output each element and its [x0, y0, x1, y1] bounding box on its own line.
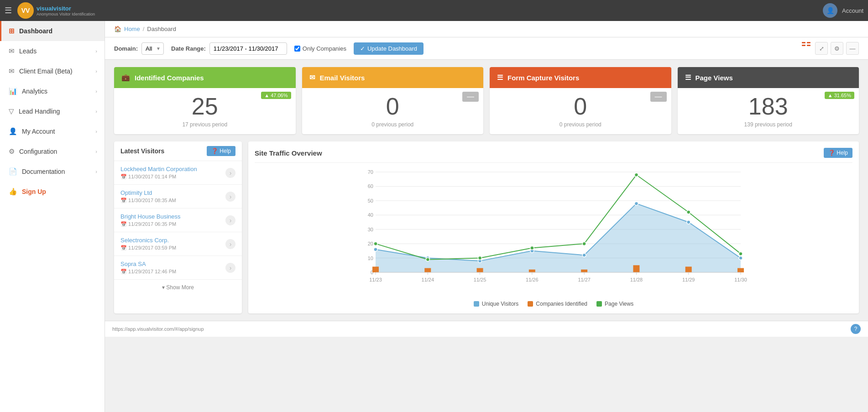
sidebar-item-leads[interactable]: ✉ Leads ›: [0, 41, 105, 61]
svg-text:11/26: 11/26: [526, 277, 539, 282]
sidebar-item-client-email[interactable]: ✉ Client Email (Beta) ›: [0, 61, 105, 81]
visitor-name-0: Lockheed Martin Corporation: [120, 166, 197, 172]
sidebar-item-configuration[interactable]: ⚙ Configuration ›: [0, 141, 105, 162]
visitors-panel: Latest Visitors ❓ Help Lockheed Martin C…: [114, 141, 242, 313]
visitor-item[interactable]: Bright House Business 📅 11/29/2017 06:35…: [114, 209, 242, 232]
visitor-info-1: Optimity Ltd 📅 11/30/2017 08:35 AM: [120, 189, 176, 203]
visitors-help-button[interactable]: ❓ Help: [207, 146, 235, 156]
stat-value-email-visitors: 0: [309, 94, 476, 120]
svg-rect-49: [372, 267, 379, 273]
svg-text:11/27: 11/27: [578, 277, 591, 282]
sidebar-item-label-my-account: My Account: [22, 128, 55, 135]
chart-legend: Unique Visitors Companies Identified Pag…: [255, 301, 852, 307]
legend-item-2: Page Views: [596, 301, 633, 307]
svg-text:60: 60: [368, 184, 373, 189]
stat-prev-email-visitors: 0 previous period: [309, 121, 476, 128]
sidebar-item-signup[interactable]: 👍 Sign Up: [0, 182, 105, 202]
chart-help-button[interactable]: ❓ Help: [824, 148, 852, 158]
visitor-date-4: 📅 11/29/2017 12:46 PM: [120, 269, 176, 275]
checkmark-icon: ✓: [360, 45, 365, 52]
svg-point-37: [582, 253, 586, 257]
visitor-item[interactable]: Sopra SA 📅 11/29/2017 12:46 PM ›: [114, 256, 242, 280]
sidebar-lead-handling-icon: ▽: [9, 107, 14, 115]
legend-item-0: Unique Visitors: [474, 301, 518, 307]
only-companies-checkbox-label[interactable]: Only Companies: [294, 45, 346, 52]
sidebar-signup-icon: 👍: [9, 188, 17, 196]
avatar[interactable]: 👤: [823, 3, 837, 18]
fullscreen-button[interactable]: ⤢: [815, 42, 828, 55]
sidebar-item-inner-client-email: ✉ Client Email (Beta): [9, 67, 73, 75]
stat-card-body-form-capture: — 0 0 previous period: [490, 88, 671, 134]
visitor-name-3: Selectronics Corp.: [120, 237, 176, 244]
legend-label-0: Unique Visitors: [482, 301, 518, 307]
daterange-input[interactable]: [209, 42, 287, 55]
close-button[interactable]: —: [846, 42, 859, 55]
stat-card-body-page-views: ▲ 31.65% 183 139 previous period: [678, 88, 859, 134]
domain-group: Domain: All: [114, 42, 164, 55]
visitors-panel-title: Latest Visitors: [120, 147, 164, 155]
visitor-chevron-2: ›: [225, 215, 235, 225]
breadcrumb-current: Dashboard: [147, 26, 176, 32]
sidebar-item-my-account[interactable]: 👤 My Account ›: [0, 121, 105, 141]
visitor-name-1: Optimity Ltd: [120, 189, 176, 196]
svg-point-45: [582, 242, 586, 245]
svg-point-48: [739, 252, 743, 256]
bottom-panels: Latest Visitors ❓ Help Lockheed Martin C…: [105, 141, 868, 321]
update-btn-label: Update Dashboard: [367, 45, 417, 52]
stat-card-title-page-views: Page Views: [695, 74, 733, 82]
stat-prev-identified-companies: 17 previous period: [121, 121, 288, 128]
svg-point-41: [374, 242, 377, 245]
chart-title: Site Traffic Overview: [255, 149, 322, 157]
breadcrumb-home-link[interactable]: Home: [124, 26, 140, 32]
bottom-bar: https://app.visualvisitor.com/#/app/sign…: [105, 321, 868, 337]
main-layout: ⊞ Dashboard ✉ Leads › ✉ Client Email (Be…: [0, 21, 868, 412]
svg-point-39: [687, 220, 690, 224]
visitor-item[interactable]: Lockheed Martin Corporation 📅 11/30/2017…: [114, 161, 242, 185]
sidebar-item-lead-handling[interactable]: ▽ Lead Handling ›: [0, 101, 105, 121]
svg-rect-51: [477, 268, 483, 272]
sidebar-item-inner-my-account: 👤 My Account: [9, 127, 55, 136]
sidebar-item-documentation[interactable]: 📄 Documentation ›: [0, 162, 105, 182]
stat-card-body-identified-companies: ▲ 47.06% 25 17 previous period: [114, 88, 296, 134]
sidebar: ⊞ Dashboard ✉ Leads › ✉ Client Email (Be…: [0, 21, 105, 412]
chevron-icon: ›: [95, 109, 97, 114]
visitor-item[interactable]: Selectronics Corp. 📅 11/29/2017 03:59 PM…: [114, 232, 242, 256]
legend-label-1: Companies Identified: [536, 301, 587, 307]
svg-text:11/24: 11/24: [422, 277, 434, 282]
logo-area: VV visualvisitor Anonymous Visitor Ident…: [17, 2, 95, 19]
show-more-button[interactable]: ▾ Show More: [114, 280, 242, 295]
legend-dot-2: [596, 301, 602, 307]
sidebar-item-dashboard[interactable]: ⊞ Dashboard: [0, 21, 105, 41]
stat-badge-form-capture: —: [650, 92, 667, 102]
sidebar-item-analytics[interactable]: 📊 Analytics ›: [0, 81, 105, 101]
sidebar-item-inner-analytics: 📊 Analytics: [9, 87, 47, 95]
svg-point-47: [687, 210, 690, 214]
sidebar-item-inner-leads: ✉ Leads: [9, 47, 37, 55]
visitor-chevron-4: ›: [225, 263, 235, 273]
sidebar-item-inner-lead-handling: ▽ Lead Handling: [9, 107, 60, 115]
visitor-item[interactable]: Optimity Ltd 📅 11/30/2017 08:35 AM ›: [114, 185, 242, 209]
chart-container: 01020304050607011/2311/2411/2511/2611/27…: [255, 167, 852, 297]
svg-text:11/25: 11/25: [474, 277, 486, 282]
sidebar-my-account-icon: 👤: [9, 127, 17, 136]
svg-marker-32: [376, 203, 741, 272]
visitors-list: Lockheed Martin Corporation 📅 11/30/2017…: [114, 161, 242, 280]
visitors-panel-header: Latest Visitors ❓ Help: [114, 141, 242, 161]
update-dashboard-button[interactable]: ✓ Update Dashboard: [354, 42, 424, 55]
only-companies-checkbox[interactable]: [294, 46, 300, 52]
traffic-chart: 01020304050607011/2311/2411/2511/2611/27…: [255, 167, 852, 295]
chevron-icon: ›: [95, 149, 97, 154]
stat-card-title-identified-companies: Identified Companies: [135, 74, 204, 82]
help-circle-button[interactable]: ?: [851, 324, 861, 334]
sidebar-configuration-icon: ⚙: [9, 147, 15, 156]
stat-card-identified-companies: 💼 Identified Companies ▲ 47.06% 25 17 pr…: [114, 67, 296, 134]
visitor-chevron-1: ›: [225, 192, 235, 202]
svg-point-46: [634, 173, 638, 177]
svg-text:20: 20: [368, 241, 373, 246]
hamburger-icon[interactable]: ☰: [5, 5, 12, 16]
visitor-chevron-0: ›: [225, 168, 235, 178]
domain-select-wrapper: All: [141, 42, 164, 55]
svg-text:50: 50: [368, 198, 373, 203]
settings-button[interactable]: ⚙: [831, 42, 843, 55]
domain-select[interactable]: All: [141, 42, 164, 55]
